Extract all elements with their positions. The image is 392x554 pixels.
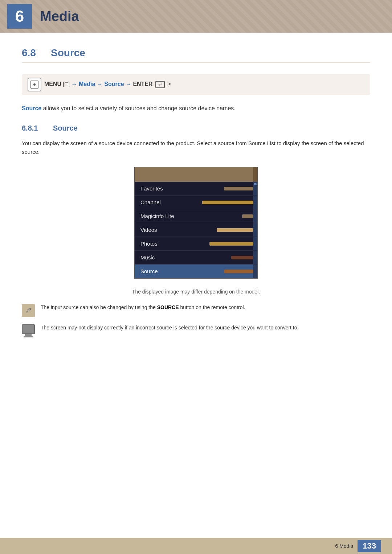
section-heading: 6.8 Source	[22, 47, 370, 63]
menu-item-source: Source	[135, 264, 257, 278]
favorites-bar	[224, 187, 253, 190]
chapter-title: Media	[40, 9, 79, 24]
source-bar	[224, 270, 253, 273]
menu-icon	[28, 78, 41, 91]
scroll-track	[253, 182, 257, 195]
menu-item-label: Favorites	[140, 185, 163, 192]
notes-container: The input source can also be changed by …	[22, 303, 370, 337]
page-header: 6 Media	[0, 0, 392, 33]
subsection-description: You can display the screen of a source d…	[22, 139, 370, 157]
menu-item-videos: Videos	[135, 223, 257, 237]
menu-box: Favorites Channel Magicinfo Lite Videos	[134, 167, 258, 279]
photos-bar	[209, 242, 253, 246]
menu-item-music: Music	[135, 251, 257, 264]
footer-label: 6 Media	[335, 543, 353, 549]
menu-path-text: MENU [□] → Media → Source → ENTER ↵ >	[44, 81, 171, 88]
display-base	[24, 336, 33, 337]
menu-keyword: MENU	[44, 81, 61, 87]
display-icon	[22, 324, 35, 337]
menu-item-magicinfo: Magicinfo Lite	[135, 209, 257, 223]
subsection-number: 6.8.1	[22, 124, 47, 132]
menu-arrow-1: →	[72, 81, 79, 87]
enter-icon: ↵	[155, 81, 165, 88]
section-description: Source allows you to select a variety of…	[22, 104, 370, 113]
page-footer: 6 Media 133	[0, 538, 392, 554]
section-description-text: allows you to select a variety of source…	[43, 105, 236, 111]
scroll-track	[253, 237, 257, 250]
music-bar	[231, 256, 253, 259]
scroll-thumb	[254, 183, 257, 185]
menu-item-favorites: Favorites	[135, 182, 257, 196]
note-text-after: button on the remote control.	[180, 304, 245, 310]
channel-bar	[202, 201, 253, 204]
menu-item-label: Videos	[140, 227, 157, 233]
menu-enter: ENTER	[133, 81, 152, 87]
note-text-1: The input source can also be changed by …	[41, 303, 245, 311]
main-content: 6.8 Source MENU [□] → Media → Source → E…	[0, 33, 392, 373]
magicinfo-bar	[242, 214, 253, 218]
menu-item-label: Source	[140, 268, 158, 274]
note-text-before: The input source can also be changed by …	[41, 304, 157, 310]
menu-icon-inner	[30, 81, 38, 89]
chapter-number-box: 6	[7, 4, 32, 29]
menu-item-channel: Channel	[135, 196, 257, 209]
scroll-track	[253, 251, 257, 264]
menu-source: Source	[104, 81, 124, 87]
source-bold: SOURCE	[157, 304, 179, 310]
subsection-heading: 6.8.1 Source	[22, 124, 370, 132]
menu-item-photos: Photos	[135, 237, 257, 251]
source-highlight: Source	[22, 105, 41, 111]
section-title: Source	[51, 47, 85, 59]
menu-media: Media	[79, 81, 95, 87]
section-number: 6.8	[22, 47, 44, 59]
menu-path-row: MENU [□] → Media → Source → ENTER ↵ >	[22, 74, 370, 95]
footer-page-number: 133	[358, 540, 381, 552]
chapter-number: 6	[15, 8, 24, 24]
note-row-2: The screen may not display correctly if …	[22, 324, 370, 337]
note-text-2: The screen may not display correctly if …	[41, 324, 298, 332]
menu-screenshot: Favorites Channel Magicinfo Lite Videos	[22, 167, 370, 279]
scroll-track	[253, 196, 257, 209]
menu-header-bar	[135, 167, 257, 182]
display-screen	[22, 324, 35, 334]
screenshot-caption: The displayed image may differ depending…	[22, 289, 370, 295]
scroll-track	[253, 223, 257, 237]
menu-arrow-2: →	[97, 81, 104, 87]
menu-item-label: Channel	[140, 199, 161, 205]
menu-arrow-3: →	[126, 81, 133, 87]
videos-bar	[217, 228, 253, 232]
note-row-1: The input source can also be changed by …	[22, 303, 370, 317]
scroll-track	[253, 264, 257, 278]
scroll-track	[253, 209, 257, 223]
menu-item-label: Photos	[140, 241, 158, 247]
menu-gt: >	[168, 81, 171, 87]
menu-item-label: Music	[140, 254, 155, 260]
menu-bracket-open: [□]	[63, 81, 70, 87]
pencil-icon	[22, 304, 35, 317]
menu-item-label: Magicinfo Lite	[140, 213, 174, 219]
subsection-title: Source	[53, 124, 78, 132]
menu-icon-dot	[33, 83, 36, 86]
